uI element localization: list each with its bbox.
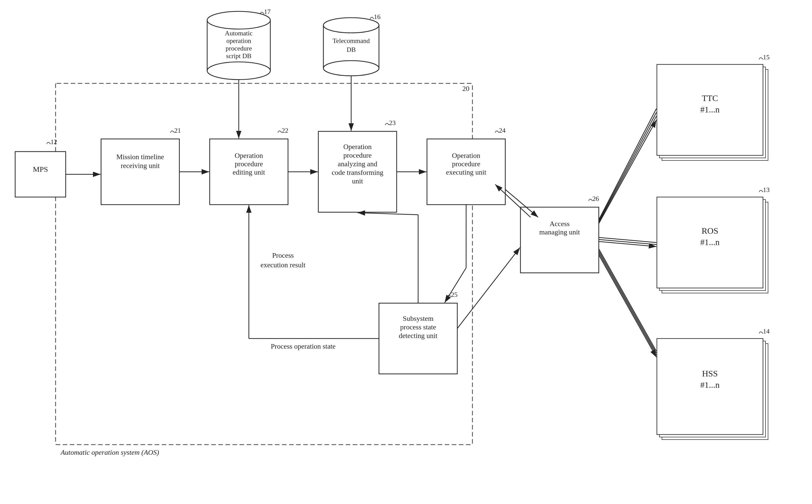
svg-text:DB: DB — [347, 46, 356, 53]
ref-22: 22 — [282, 127, 288, 134]
svg-text:Access: Access — [550, 220, 569, 228]
process-operation-state-label: Process operation state — [271, 342, 336, 350]
ref-25: 25 — [451, 291, 458, 298]
svg-point-35 — [323, 18, 379, 33]
svg-rect-1 — [15, 152, 66, 197]
svg-line-62 — [599, 109, 656, 220]
svg-text:procedure: procedure — [452, 160, 480, 168]
svg-text:HSS: HSS — [702, 369, 718, 378]
svg-text:TTC: TTC — [702, 93, 718, 103]
svg-text:ROS: ROS — [702, 226, 718, 235]
ref-23: 23 — [389, 119, 396, 127]
svg-text:procedure: procedure — [226, 45, 252, 52]
diagram: 20 Automatic operation system (AOS) MPS … — [0, 0, 812, 504]
svg-line-70 — [599, 251, 656, 353]
svg-text:process state: process state — [400, 323, 436, 331]
svg-point-36 — [323, 61, 379, 76]
svg-text:script DB: script DB — [226, 52, 251, 60]
ref-26: 26 — [592, 195, 599, 202]
aos-label: Automatic operation system (AOS) — [60, 448, 159, 456]
ref-24: 24 — [499, 127, 506, 134]
ref-21: 21 — [174, 127, 181, 134]
svg-text:unit: unit — [352, 177, 363, 185]
svg-line-72 — [599, 255, 656, 357]
svg-text:receiving unit: receiving unit — [121, 162, 160, 170]
svg-text:#1...n: #1...n — [700, 237, 720, 247]
ref-17: 17 — [264, 8, 271, 15]
svg-line-63 — [599, 112, 656, 221]
svg-text:code transforming: code transforming — [332, 169, 384, 176]
svg-rect-2 — [101, 139, 179, 205]
svg-text:editing unit: editing unit — [233, 168, 265, 176]
ref-12: 12 — [51, 138, 57, 146]
svg-text:Operation: Operation — [452, 152, 480, 159]
svg-line-71 — [599, 253, 656, 355]
svg-text:procedure: procedure — [343, 151, 372, 159]
svg-line-65 — [599, 120, 656, 224]
svg-text:detecting unit: detecting unit — [399, 332, 437, 340]
process-execution-result-label2: execution result — [260, 261, 305, 269]
svg-text:executing unit: executing unit — [446, 168, 486, 176]
svg-text:#1...n: #1...n — [700, 105, 720, 114]
svg-text:Subsystem: Subsystem — [403, 315, 434, 322]
ref-14: 14 — [763, 328, 770, 335]
svg-line-73 — [457, 248, 520, 328]
diagram-svg: 20 Automatic operation system (AOS) MPS … — [0, 0, 812, 504]
svg-line-64 — [599, 116, 656, 222]
mps-label: MPS — [33, 165, 48, 173]
svg-text:Automatic: Automatic — [225, 30, 253, 37]
svg-text:procedure: procedure — [235, 160, 263, 168]
svg-text:operation: operation — [226, 37, 251, 44]
ref-16: 16 — [374, 13, 380, 20]
svg-text:managing unit: managing unit — [539, 228, 580, 236]
svg-text:#1...n: #1...n — [700, 380, 720, 390]
ref-15: 15 — [763, 54, 770, 61]
svg-text:Telecommand: Telecommand — [333, 37, 370, 44]
svg-line-80 — [357, 213, 418, 215]
svg-text:analyzing and: analyzing and — [338, 160, 377, 168]
svg-text:Mission timeline: Mission timeline — [116, 153, 164, 161]
svg-text:Operation: Operation — [235, 152, 263, 159]
ref-20-label: 20 — [462, 85, 469, 92]
svg-line-69 — [599, 249, 656, 351]
process-execution-result-label: Process — [272, 251, 294, 259]
svg-rect-23 — [520, 207, 599, 273]
ref-13: 13 — [763, 186, 770, 194]
svg-text:Operation: Operation — [343, 143, 372, 151]
